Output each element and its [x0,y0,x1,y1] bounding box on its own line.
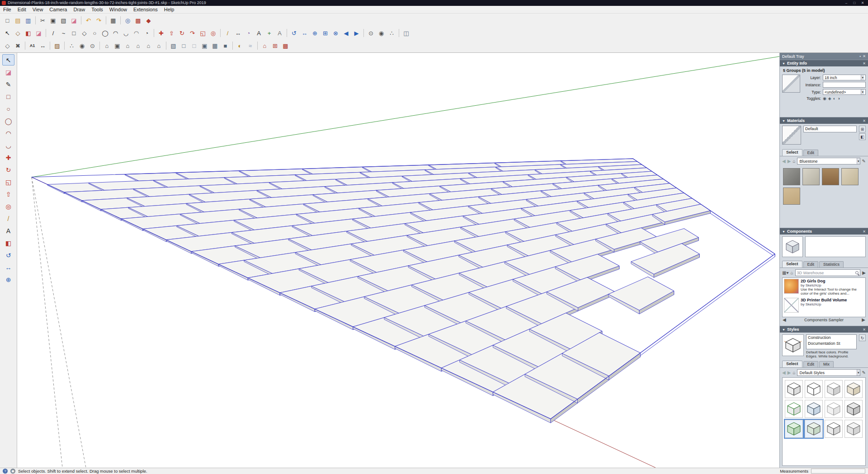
zoom-tool[interactable]: ⊕ [310,28,320,38]
front-view-button[interactable]: ⌂ [123,41,133,51]
material-name-field[interactable]: Default [803,126,857,132]
set-default-material-button[interactable]: ◧ [859,133,866,140]
tab-select[interactable]: Select [782,261,802,268]
pager-next-icon[interactable]: ▶ [862,318,865,322]
back-arrow-icon[interactable]: ◀ [782,371,786,375]
style-thumbnail[interactable] [825,380,843,398]
paint-bucket-tool[interactable]: ◧ [2,237,14,249]
styles-header[interactable]: ▼ Styles ✕ [780,326,868,333]
type-dropdown[interactable]: <undefined> ▾ [823,89,866,95]
style-thumbnail[interactable] [785,400,803,418]
layer-dropdown[interactable]: 18 inch ▾ [823,75,866,80]
home-icon[interactable]: ⌂ [793,371,795,375]
menu-draw[interactable]: Draw [70,6,88,13]
3d-warehouse-button[interactable]: ⌂ [259,41,270,51]
warehouse-search-input[interactable]: 3D Warehouse [795,269,861,276]
arc-tool[interactable]: ◠ [110,28,121,38]
style-collection-dropdown[interactable]: Default Styles ▾ [797,369,860,376]
shadows-toggle-button[interactable]: ◐ [235,41,245,51]
eraser-tool[interactable]: ◪ [2,66,14,78]
tray-close-icon[interactable]: ✕ [863,54,866,58]
select-tool[interactable]: ↖ [2,28,13,38]
style-thumbnail[interactable] [825,420,843,438]
follow-me-tool[interactable]: ↷ [187,28,198,38]
shaded-style-button[interactable]: ▣ [199,41,210,51]
tab-edit[interactable]: Edit [803,261,819,268]
back-arrow-icon[interactable]: ◀ [782,159,786,164]
orbit-tool[interactable]: ↺ [289,28,299,38]
cut-button[interactable]: ✂ [38,15,48,26]
menu-help[interactable]: Help [161,6,178,13]
tape-measure-tool[interactable]: / [2,213,14,224]
next-view-button[interactable]: ▶ [351,28,362,38]
tape-measure-tool[interactable]: / [222,28,233,38]
menu-camera[interactable]: Camera [46,6,70,13]
rectangle-tool[interactable]: □ [69,28,79,38]
model-viewport[interactable] [17,53,779,468]
push-pull-tool[interactable]: ⇧ [166,28,177,38]
text-tool[interactable]: A [254,28,264,38]
style-thumbnail[interactable] [805,400,823,418]
material-swatch[interactable] [841,168,859,185]
lock-toggle-icon[interactable]: ◈ [828,96,831,101]
paint-bucket-tool[interactable]: ◧ [23,28,33,38]
copy-button[interactable]: ▣ [48,15,58,26]
menu-edit[interactable]: Edit [14,6,29,13]
sample-paint-icon[interactable]: ✎ [862,159,866,164]
tab-select[interactable]: Select [782,149,802,156]
left-view-button[interactable]: ⌂ [154,41,164,51]
fog-toggle-button[interactable]: ≈ [245,41,255,51]
style-thumbnail[interactable] [844,400,863,418]
three-point-arc-tool[interactable]: ◠ [131,28,142,38]
tab-mix[interactable]: Mix [819,361,834,367]
forward-arrow-icon[interactable]: ▶ [788,159,791,164]
hidden-toggle-icon[interactable]: ◉ [823,96,826,101]
3d-text-tool[interactable]: A [274,28,285,38]
section-plane-tool[interactable]: ◫ [401,28,411,38]
push-pull-tool[interactable]: ⇧ [2,188,14,200]
panel-close-icon[interactable]: ✕ [863,119,866,123]
undo-button[interactable]: ↶ [83,15,94,26]
material-swatch[interactable] [822,168,839,185]
tab-statistics[interactable]: Statistics [819,261,844,268]
component-name-field[interactable] [805,236,866,257]
material-swatch[interactable] [802,168,820,185]
zoom-tool[interactable]: ⊕ [2,274,14,285]
dimension-tool[interactable]: ↔ [233,28,243,38]
erase-button[interactable]: ◪ [69,15,79,26]
orbit-tool[interactable]: ↺ [2,249,14,261]
measurements-input[interactable] [811,469,865,474]
move-tool[interactable]: ✚ [2,152,14,163]
layout-button[interactable]: ▩ [280,41,291,51]
style-thumbnail[interactable] [844,420,863,438]
polygon-tool[interactable]: ◯ [100,28,110,38]
hidden-line-style-button[interactable]: □ [189,41,199,51]
update-style-button[interactable]: ↻ [859,334,866,341]
zoom-window-tool[interactable]: ⊞ [320,28,330,38]
line-tool[interactable]: ✎ [2,79,14,90]
select-tool[interactable]: ↖ [2,54,14,66]
tray-titlebar[interactable]: Default Tray ▪ ✕ [780,53,868,60]
top-view-button[interactable]: ▣ [112,41,123,51]
look-around-tool[interactable]: ◉ [376,28,387,38]
offset-tool[interactable]: ◎ [2,201,14,212]
geolocation-icon[interactable]: ? [3,469,8,474]
redo-button[interactable]: ↷ [94,15,104,26]
forward-arrow-icon[interactable]: ▶ [788,371,791,375]
scale-tool[interactable]: ◱ [198,28,208,38]
new-button[interactable]: □ [2,15,13,26]
style-thumbnail[interactable] [805,380,823,398]
previous-view-button[interactable]: ◀ [341,28,351,38]
view-options-icon[interactable]: ▦▾ [782,271,788,275]
panel-close-icon[interactable]: ✕ [863,230,866,234]
materials-header[interactable]: ▼ Materials ✕ [780,117,868,124]
offset-tool[interactable]: ◎ [208,28,218,38]
rotated-rectangle-tool[interactable]: ◇ [79,28,90,38]
circle-tool[interactable]: ○ [2,103,14,114]
zoom-extents-tool[interactable]: ⊗ [330,28,341,38]
extension-warehouse-button[interactable]: ⊞ [270,41,280,51]
material-collection-dropdown[interactable]: Bluestone ▾ [797,158,860,164]
polygon-tool[interactable]: ◯ [2,115,14,127]
style-thumbnail[interactable] [825,400,843,418]
minimize-button[interactable]: – [844,0,849,6]
